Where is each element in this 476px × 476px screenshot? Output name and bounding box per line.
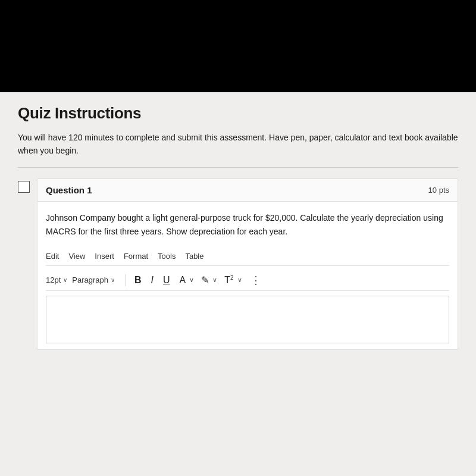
quiz-instructions-text: You will have 120 minutes to complete an… xyxy=(18,131,458,158)
question-title: Question 1 xyxy=(46,185,92,195)
font-color-group[interactable]: A ∨ xyxy=(177,274,195,287)
page-title: Quiz Instructions xyxy=(18,104,458,123)
question-points: 10 pts xyxy=(428,186,449,195)
editor-input-area[interactable] xyxy=(46,296,449,343)
font-size-select[interactable]: 12pt ∨ xyxy=(46,275,72,284)
italic-button[interactable]: I xyxy=(149,274,156,287)
font-color-chevron: ∨ xyxy=(189,276,194,284)
bold-button[interactable]: B xyxy=(132,274,144,287)
menu-edit[interactable]: Edit xyxy=(46,252,59,261)
font-size-chevron: ∨ xyxy=(63,277,67,283)
highlight-chevron: ∨ xyxy=(212,276,217,284)
paragraph-chevron: ∨ xyxy=(111,277,115,283)
menu-table[interactable]: Table xyxy=(185,252,203,261)
question-body: Johnson Company bought a light general-p… xyxy=(37,202,458,350)
toolbar-buttons: B I U A ∨ ✎ ∨ T2 ∨ xyxy=(132,273,261,287)
more-options-button[interactable]: ⋮ xyxy=(250,274,261,287)
top-black-bar xyxy=(0,0,476,92)
question-checkbox[interactable] xyxy=(18,181,30,193)
checkbox-icon[interactable] xyxy=(18,181,30,193)
font-size-label: 12pt xyxy=(46,275,61,284)
superscript-group[interactable]: T2 ∨ xyxy=(222,273,242,287)
paragraph-select[interactable]: Paragraph ∨ xyxy=(72,275,120,284)
question-block: Question 1 10 pts Johnson Company bought… xyxy=(18,178,458,350)
underline-button[interactable]: U xyxy=(161,274,173,287)
content-area: Quiz Instructions You will have 120 minu… xyxy=(0,92,476,476)
superscript-button[interactable]: T2 xyxy=(222,273,236,287)
menu-insert[interactable]: Insert xyxy=(95,252,114,261)
font-color-button[interactable]: A xyxy=(177,274,189,287)
editor-menubar: Edit View Insert Format Tools Table xyxy=(46,249,449,266)
highlight-group[interactable]: ✎ ∨ xyxy=(199,273,217,287)
section-divider xyxy=(18,167,458,168)
question-header: Question 1 10 pts xyxy=(37,179,458,202)
menu-format[interactable]: Format xyxy=(124,252,148,261)
superscript-chevron: ∨ xyxy=(237,276,242,284)
menu-view[interactable]: View xyxy=(68,252,85,261)
editor-toolbar: 12pt ∨ Paragraph ∨ B I U A xyxy=(46,270,449,291)
paragraph-label: Paragraph xyxy=(72,275,108,284)
toolbar-separator xyxy=(126,274,126,286)
highlight-button[interactable]: ✎ xyxy=(199,273,211,287)
question-text: Johnson Company bought a light general-p… xyxy=(46,211,449,239)
question-card: Question 1 10 pts Johnson Company bought… xyxy=(37,178,458,350)
menu-tools[interactable]: Tools xyxy=(158,252,176,261)
